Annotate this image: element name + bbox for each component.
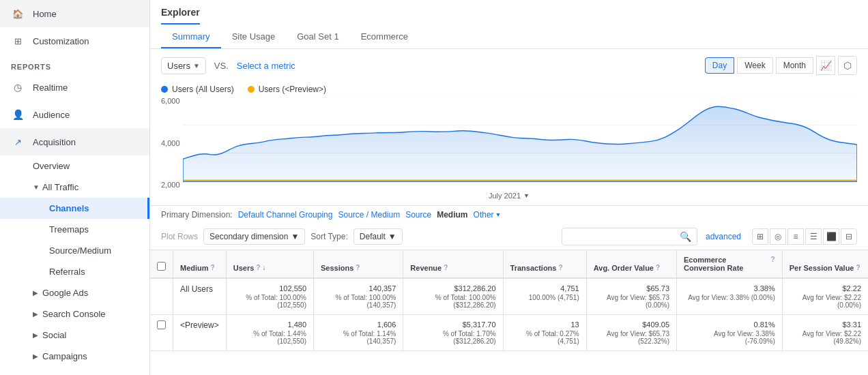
time-btn-month[interactable]: Month [776, 57, 813, 74]
row-medium-preview: <Preview> [173, 315, 227, 351]
dim-other[interactable]: Other ▼ [474, 210, 502, 220]
y-label-2000: 2,000 [161, 181, 180, 189]
sort-type-btn[interactable]: Default ▼ [353, 228, 403, 245]
sidebar-item-google-ads-label: Google Ads [42, 288, 88, 298]
home-icon: 🏠 [11, 7, 25, 20]
sidebar-item-treemaps-label: Treemaps [49, 224, 89, 235]
ecommerce-rate-info-icon[interactable]: ? [771, 256, 775, 263]
row-users-all-users: 102,550 % of Total: 100.00% (102,550) [226, 278, 313, 315]
sidebar-item-referrals-label: Referrals [49, 267, 85, 277]
dim-source[interactable]: Source [405, 210, 431, 220]
all-users-per-session-value: $2.22 [790, 284, 861, 292]
dim-default-channel[interactable]: Default Channel Grouping [238, 210, 333, 220]
legend-preview: Users (<Preview>) [248, 85, 326, 94]
sidebar-item-customization-label: Customization [33, 36, 89, 46]
sidebar-item-source-medium[interactable]: Source/Medium [0, 240, 149, 261]
sidebar-item-google-ads[interactable]: ▶ Google Ads [0, 282, 149, 303]
preview-transactions-value: 13 [510, 320, 579, 329]
sidebar-item-social-label: Social [42, 330, 66, 340]
sort-type-value: Default [360, 232, 386, 241]
preview-revenue-value: $5,317.70 [410, 320, 495, 329]
search-box[interactable]: 🔍 [562, 228, 697, 245]
row-revenue-all-users: $312,286.20 % of Total: 100.00% ($312,28… [403, 278, 503, 315]
table-view-export-btn[interactable]: ⬛ [823, 228, 839, 245]
line-chart-btn[interactable]: 📈 [816, 56, 835, 75]
secondary-dimension-btn[interactable]: Secondary dimension ▼ [203, 228, 305, 245]
row-sessions-preview: 1,606 % of Total: 1.14% (140,357) [314, 315, 403, 351]
sidebar-item-source-medium-label: Source/Medium [49, 245, 111, 256]
table-view-bar-btn[interactable]: ≡ [787, 228, 804, 245]
th-transactions-label: Transactions [510, 264, 557, 272]
row-checkbox-all-users [150, 278, 173, 315]
sessions-info-icon[interactable]: ? [356, 264, 360, 271]
y-label-4000: 4,000 [161, 139, 180, 147]
th-sessions: Sessions ? [314, 250, 403, 278]
transactions-info-icon[interactable]: ? [558, 264, 562, 271]
legend-all-users-label: Users (All Users) [172, 85, 234, 94]
all-users-ecommerce-rate-value: 3.38% [684, 284, 775, 292]
y-label-6000: 6,000 [161, 97, 180, 105]
dim-source-medium[interactable]: Source / Medium [338, 210, 400, 220]
medium-info-icon[interactable]: ? [211, 264, 215, 271]
all-users-revenue-sub: % of Total: 100.00% ($312,286.20) [410, 294, 495, 309]
th-transactions: Transactions ? [503, 250, 586, 278]
th-medium-label: Medium [180, 264, 209, 272]
search-input[interactable] [568, 232, 677, 241]
metric-dropdown[interactable]: Users ▼ [161, 57, 206, 74]
avg-order-info-icon[interactable]: ? [656, 264, 660, 271]
time-btn-week[interactable]: Week [737, 57, 772, 74]
sidebar-item-search-console-label: Search Console [42, 309, 106, 319]
sidebar-item-realtime[interactable]: ◷ Realtime [0, 74, 149, 101]
preview-label: <Preview> [180, 320, 219, 330]
sidebar-item-referrals[interactable]: Referrals [0, 261, 149, 282]
tab-goal-set-1[interactable]: Goal Set 1 [286, 26, 349, 48]
users-info-icon[interactable]: ? [256, 264, 260, 271]
th-revenue-label: Revenue [410, 264, 442, 272]
per-session-info-icon[interactable]: ? [856, 264, 860, 271]
table-row: All Users 102,550 % of Total: 100.00% (1… [150, 278, 868, 315]
x-label-text: July 2021 [489, 192, 521, 200]
sidebar-item-overview[interactable]: Overview [0, 155, 149, 177]
revenue-info-icon[interactable]: ? [444, 264, 448, 271]
sidebar-item-campaigns[interactable]: ▶ Campaigns [0, 346, 149, 367]
secondary-dim-label: Secondary dimension [209, 232, 288, 241]
tab-site-usage[interactable]: Site Usage [221, 26, 287, 48]
sidebar-item-home[interactable]: 🏠 Home [0, 0, 149, 27]
sidebar-item-customization[interactable]: ⊞ Customization [0, 27, 149, 55]
sidebar-item-channels[interactable]: Channels [0, 198, 149, 219]
table-view-pie-btn[interactable]: ◎ [770, 228, 786, 245]
sidebar-item-treemaps[interactable]: Treemaps [0, 219, 149, 240]
row-avg-order-all-users: $65.73 Avg for View: $65.73 (0.00%) [586, 278, 676, 315]
sidebar-item-audience[interactable]: 👤 Audience [0, 101, 149, 128]
select-metric-link[interactable]: Select a metric [237, 61, 295, 71]
table-view-grid-btn[interactable]: ⊞ [752, 228, 768, 245]
sidebar-item-acquisition[interactable]: ↗ Acquisition [0, 128, 149, 155]
metric-dropdown-label: Users [167, 61, 190, 71]
time-btn-day[interactable]: Day [705, 57, 734, 74]
table-view-list-btn[interactable]: ☰ [805, 228, 822, 245]
th-avg-order-label: Avg. Order Value [594, 264, 654, 272]
users-sort-icon[interactable]: ↓ [262, 264, 265, 271]
sidebar-item-all-traffic[interactable]: ▼ All Traffic [0, 177, 149, 198]
dim-medium[interactable]: Medium [437, 210, 467, 220]
select-all-checkbox[interactable] [157, 262, 166, 271]
th-medium: Medium ? [173, 250, 227, 278]
sidebar-item-social[interactable]: ▶ Social [0, 325, 149, 346]
all-traffic-arrow: ▼ [33, 183, 40, 191]
primary-dim-label: Primary Dimension: [161, 210, 233, 220]
advanced-link[interactable]: advanced [706, 232, 741, 241]
tabs-row: Summary Site Usage Goal Set 1 Ecommerce [161, 26, 857, 48]
table-row: <Preview> 1,480 % of Total: 1.44% (102,5… [150, 315, 868, 351]
tab-summary[interactable]: Summary [161, 26, 221, 48]
all-users-sessions-sub: % of Total: 100.00% (140,357) [321, 294, 396, 309]
row-medium-all-users: All Users [173, 278, 227, 315]
campaigns-arrow: ▶ [33, 352, 38, 360]
sidebar-item-attribution[interactable]: ⇄ Attribution BETA [0, 367, 149, 375]
all-users-users-sub: % of Total: 100.00% (102,550) [233, 294, 306, 309]
preview-row-checkbox[interactable] [157, 320, 166, 329]
sidebar-item-search-console[interactable]: ▶ Search Console [0, 303, 149, 325]
table-view-columns-btn[interactable]: ⊟ [841, 228, 857, 245]
pie-chart-btn[interactable]: ⬡ [838, 56, 857, 75]
all-users-revenue-value: $312,286.20 [410, 284, 495, 292]
tab-ecommerce[interactable]: Ecommerce [350, 26, 419, 48]
